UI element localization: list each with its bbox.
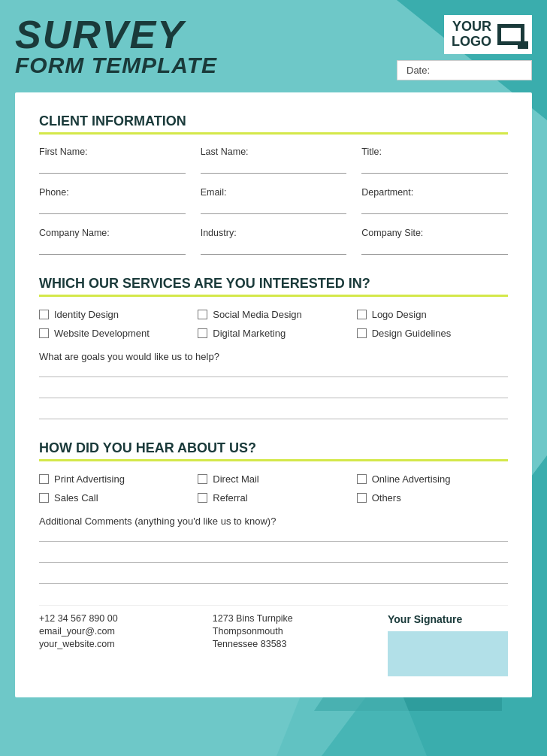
- checkbox-logo-design[interactable]: Logo Design: [357, 309, 508, 320]
- fields-row-2: Phone: Email: Department:: [39, 187, 508, 214]
- logo-box: YOUR LOGO: [444, 15, 532, 54]
- services-answer-area[interactable]: [39, 370, 508, 419]
- checkbox-online-advertising-box[interactable]: [357, 474, 367, 484]
- checkbox-social-media-design-label: Social Media Design: [213, 309, 302, 320]
- last-name-input[interactable]: [201, 160, 347, 174]
- checkbox-identity-design[interactable]: Identity Design: [39, 309, 190, 320]
- hear-about-title: HOW DID YOU HEAR ABOUT US?: [39, 440, 508, 461]
- company-name-label: Company Name:: [39, 228, 186, 238]
- services-question: What are goals you would like us to help…: [39, 351, 508, 362]
- checkbox-sales-call[interactable]: Sales Call: [39, 492, 190, 503]
- page-content: SURVEY FORM TEMPLATE YOUR LOGO Date: C: [0, 0, 547, 720]
- department-label: Department:: [361, 187, 508, 198]
- footer-address: 1273 Bins Turnpike Thompsonmouth Tenness…: [213, 613, 293, 649]
- footer-state: Tennessee 83583: [213, 639, 293, 649]
- title-input[interactable]: [361, 160, 508, 174]
- industry-input[interactable]: [201, 241, 347, 255]
- form-footer: +12 34 567 890 00 email_your@.com your_w…: [39, 605, 508, 676]
- date-field[interactable]: Date:: [397, 60, 532, 80]
- first-name-input[interactable]: [39, 160, 186, 174]
- phone-input[interactable]: [39, 201, 186, 214]
- checkbox-digital-marketing[interactable]: Digital Marketing: [198, 328, 349, 339]
- footer-city: Thompsonmouth: [213, 626, 293, 637]
- answer-line-2: [39, 391, 508, 398]
- section-hear-about: HOW DID YOU HEAR ABOUT US? Print Adverti…: [39, 440, 508, 584]
- form-template-heading: FORM TEMPLATE: [15, 54, 217, 77]
- field-title: Title:: [361, 147, 508, 174]
- footer-signature-area: Your Signature: [388, 613, 508, 676]
- checkbox-referral-label: Referral: [213, 492, 247, 503]
- title-label: Title:: [361, 147, 508, 157]
- services-checkboxes: Identity Design Social Media Design Logo…: [39, 309, 508, 339]
- date-label: Date:: [406, 65, 430, 76]
- section-services: WHICH OUR SERVICES ARE YOU INTERESTED IN…: [39, 276, 508, 419]
- logo-text: YOUR LOGO: [452, 20, 491, 50]
- field-company-site: Company Site:: [361, 228, 508, 255]
- checkbox-print-advertising-label: Print Advertising: [54, 473, 125, 485]
- field-email: Email:: [201, 187, 347, 214]
- survey-heading: SURVEY: [15, 15, 217, 54]
- checkbox-identity-design-box[interactable]: [39, 310, 49, 319]
- hear-about-answer-area[interactable]: [39, 534, 508, 584]
- field-industry: Industry:: [201, 228, 347, 255]
- checkbox-others-box[interactable]: [357, 493, 367, 503]
- hear-answer-line-2: [39, 555, 508, 563]
- client-info-title: CLIENT INFORMATION: [39, 113, 508, 135]
- checkbox-referral[interactable]: Referral: [198, 492, 349, 503]
- fields-row-3: Company Name: Industry: Company Site:: [39, 228, 508, 255]
- checkbox-online-advertising-label: Online Advertising: [372, 473, 451, 485]
- answer-line-1: [39, 370, 508, 377]
- checkbox-social-media-design-box[interactable]: [198, 310, 207, 319]
- hear-answer-line-3: [39, 576, 508, 584]
- logo-icon: [497, 24, 524, 45]
- hear-about-question: Additional Comments (anything you'd like…: [39, 516, 508, 527]
- checkbox-social-media-design[interactable]: Social Media Design: [198, 309, 349, 320]
- section-client-info: CLIENT INFORMATION First Name: Last Name…: [39, 113, 508, 255]
- checkbox-sales-call-label: Sales Call: [54, 492, 98, 503]
- checkbox-others[interactable]: Others: [357, 492, 508, 503]
- checkbox-referral-box[interactable]: [198, 493, 207, 503]
- checkbox-direct-mail[interactable]: Direct Mail: [198, 473, 349, 485]
- field-phone: Phone:: [39, 187, 186, 214]
- checkbox-identity-design-label: Identity Design: [54, 309, 119, 320]
- checkbox-print-advertising[interactable]: Print Advertising: [39, 473, 190, 485]
- services-title: WHICH OUR SERVICES ARE YOU INTERESTED IN…: [39, 276, 508, 297]
- department-input[interactable]: [361, 201, 508, 214]
- footer-street: 1273 Bins Turnpike: [213, 613, 293, 624]
- email-label: Email:: [201, 187, 347, 198]
- footer-phone: +12 34 567 890 00: [39, 613, 118, 624]
- fields-row-1: First Name: Last Name: Title:: [39, 147, 508, 174]
- email-input[interactable]: [201, 201, 347, 214]
- footer-email: email_your@.com: [39, 626, 118, 637]
- footer-website: your_website.com: [39, 639, 118, 649]
- checkbox-others-label: Others: [372, 492, 401, 503]
- field-last-name: Last Name:: [201, 147, 347, 174]
- checkbox-website-development-label: Website Development: [54, 328, 150, 339]
- field-department: Department:: [361, 187, 508, 214]
- signature-box[interactable]: [388, 631, 508, 676]
- checkbox-direct-mail-box[interactable]: [198, 474, 207, 484]
- header-right: YOUR LOGO Date:: [397, 15, 532, 80]
- checkbox-design-guidelines-label: Design Guidelines: [372, 328, 452, 339]
- checkbox-logo-design-box[interactable]: [357, 310, 367, 319]
- header-title-group: SURVEY FORM TEMPLATE: [15, 15, 217, 77]
- phone-label: Phone:: [39, 187, 186, 198]
- first-name-label: First Name:: [39, 147, 186, 157]
- field-company-name: Company Name:: [39, 228, 186, 255]
- company-name-input[interactable]: [39, 241, 186, 255]
- signature-label: Your Signature: [388, 613, 462, 625]
- company-site-input[interactable]: [361, 241, 508, 255]
- checkbox-digital-marketing-label: Digital Marketing: [213, 328, 286, 339]
- checkbox-website-development-box[interactable]: [39, 328, 49, 338]
- field-first-name: First Name:: [39, 147, 186, 174]
- checkbox-direct-mail-label: Direct Mail: [213, 473, 258, 485]
- checkbox-sales-call-box[interactable]: [39, 493, 49, 503]
- checkbox-online-advertising[interactable]: Online Advertising: [357, 473, 508, 485]
- last-name-label: Last Name:: [201, 147, 347, 157]
- checkbox-print-advertising-box[interactable]: [39, 474, 49, 484]
- checkbox-website-development[interactable]: Website Development: [39, 328, 190, 339]
- checkbox-design-guidelines[interactable]: Design Guidelines: [357, 328, 508, 339]
- checkbox-design-guidelines-box[interactable]: [357, 328, 367, 338]
- form-card: CLIENT INFORMATION First Name: Last Name…: [15, 92, 532, 697]
- checkbox-digital-marketing-box[interactable]: [198, 328, 207, 338]
